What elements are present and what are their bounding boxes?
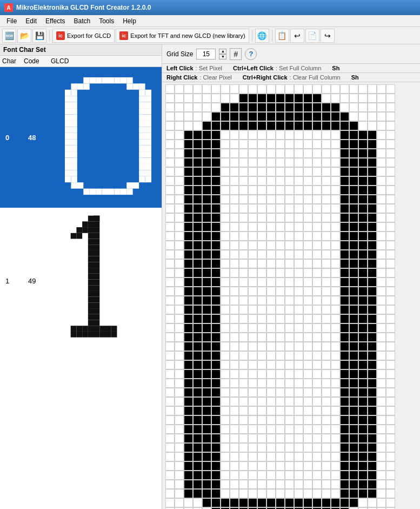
pixel-cell[interactable] — [285, 176, 294, 186]
pixel-cell[interactable] — [248, 84, 257, 94]
pixel-cell[interactable] — [285, 333, 294, 342]
pixel-cell[interactable] — [193, 232, 202, 241]
pixel-cell[interactable] — [193, 84, 202, 94]
pixel-cell[interactable] — [322, 103, 331, 112]
pixel-cell[interactable] — [184, 342, 193, 351]
pixel-cell[interactable] — [285, 296, 294, 305]
pixel-cell[interactable] — [368, 342, 377, 351]
pixel-cell[interactable] — [322, 461, 331, 471]
pixel-cell[interactable] — [184, 195, 193, 204]
pixel-cell[interactable] — [340, 434, 349, 443]
pixel-cell[interactable] — [193, 406, 202, 415]
pixel-cell[interactable] — [294, 333, 303, 342]
pixel-cell[interactable] — [322, 305, 331, 314]
pixel-cell[interactable] — [349, 406, 358, 415]
pixel-cell[interactable] — [386, 112, 395, 121]
pixel-cell[interactable] — [257, 94, 266, 103]
help-icon[interactable]: ? — [245, 48, 257, 60]
pixel-cell[interactable] — [368, 434, 377, 443]
pixel-cell[interactable] — [285, 369, 294, 379]
pixel-cell[interactable] — [193, 296, 202, 305]
pixel-cell[interactable] — [248, 213, 257, 222]
pixel-cell[interactable] — [368, 333, 377, 342]
pixel-cell[interactable] — [349, 84, 358, 94]
pixel-cell[interactable] — [202, 158, 211, 167]
pixel-cell[interactable] — [322, 176, 331, 186]
pixel-cell[interactable] — [386, 360, 395, 369]
pixel-cell[interactable] — [165, 222, 175, 232]
pixel-cell[interactable] — [175, 176, 184, 186]
pixel-cell[interactable] — [312, 314, 322, 323]
pixel-cell[interactable] — [202, 287, 211, 296]
pixel-cell[interactable] — [266, 342, 276, 351]
pixel-cell[interactable] — [266, 452, 276, 461]
pixel-cell[interactable] — [239, 250, 248, 259]
pixel-cell[interactable] — [211, 241, 221, 250]
pixel-cell[interactable] — [239, 379, 248, 388]
pixel-cell[interactable] — [340, 186, 349, 195]
pixel-cell[interactable] — [312, 167, 322, 176]
pixel-cell[interactable] — [184, 379, 193, 388]
pixel-cell[interactable] — [303, 452, 312, 461]
pixel-cell[interactable] — [294, 406, 303, 415]
pixel-cell[interactable] — [248, 351, 257, 360]
pixel-cell[interactable] — [312, 305, 322, 314]
pixel-cell[interactable] — [248, 415, 257, 425]
pixel-cell[interactable] — [175, 369, 184, 379]
pixel-cell[interactable] — [266, 213, 276, 222]
pixel-cell[interactable] — [377, 176, 386, 186]
pixel-cell[interactable] — [331, 296, 340, 305]
pixel-cell[interactable] — [202, 130, 211, 140]
pixel-cell[interactable] — [248, 149, 257, 158]
pixel-cell[interactable] — [340, 287, 349, 296]
pixel-cell[interactable] — [340, 121, 349, 130]
pixel-cell[interactable] — [340, 112, 349, 121]
pixel-cell[interactable] — [285, 305, 294, 314]
pixel-cell[interactable] — [266, 425, 276, 434]
pixel-cell[interactable] — [276, 379, 285, 388]
pixel-cell[interactable] — [184, 232, 193, 241]
pixel-cell[interactable] — [368, 232, 377, 241]
pixel-cell[interactable] — [349, 130, 358, 140]
char-item-1[interactable]: 1 49 — [0, 208, 162, 354]
pixel-cell[interactable] — [386, 121, 395, 130]
pixel-cell[interactable] — [276, 406, 285, 415]
pixel-cell[interactable] — [184, 452, 193, 461]
pixel-cell[interactable] — [312, 397, 322, 406]
pixel-cell[interactable] — [221, 314, 230, 323]
pixel-cell[interactable] — [285, 195, 294, 204]
pixel-cell[interactable] — [340, 268, 349, 277]
pixel-cell[interactable] — [377, 232, 386, 241]
pixel-cell[interactable] — [239, 351, 248, 360]
menu-edit[interactable]: Edit — [21, 16, 41, 26]
pixel-cell[interactable] — [257, 268, 266, 277]
pixel-cell[interactable] — [193, 186, 202, 195]
pixel-cell[interactable] — [377, 130, 386, 140]
pixel-cell[interactable] — [386, 388, 395, 397]
paste-button[interactable]: 📄 — [305, 29, 319, 43]
pixel-cell[interactable] — [322, 195, 331, 204]
pixel-cell[interactable] — [211, 452, 221, 461]
pixel-cell[interactable] — [257, 471, 266, 480]
pixel-cell[interactable] — [165, 480, 175, 489]
pixel-cell[interactable] — [257, 241, 266, 250]
pixel-cell[interactable] — [276, 314, 285, 323]
pixel-cell[interactable] — [368, 443, 377, 452]
pixel-cell[interactable] — [377, 425, 386, 434]
pixel-cell[interactable] — [193, 176, 202, 186]
pixel-cell[interactable] — [358, 121, 368, 130]
pixel-cell[interactable] — [211, 305, 221, 314]
pixel-cell[interactable] — [202, 94, 211, 103]
pixel-cell[interactable] — [331, 434, 340, 443]
pixel-cell[interactable] — [377, 443, 386, 452]
pixel-cell[interactable] — [303, 360, 312, 369]
pixel-cell[interactable] — [175, 333, 184, 342]
pixel-cell[interactable] — [221, 360, 230, 369]
pixel-cell[interactable] — [266, 176, 276, 186]
pixel-cell[interactable] — [358, 452, 368, 461]
pixel-cell[interactable] — [322, 369, 331, 379]
pixel-cell[interactable] — [358, 186, 368, 195]
pixel-cell[interactable] — [202, 305, 211, 314]
pixel-cell[interactable] — [368, 415, 377, 425]
pixel-cell[interactable] — [202, 296, 211, 305]
